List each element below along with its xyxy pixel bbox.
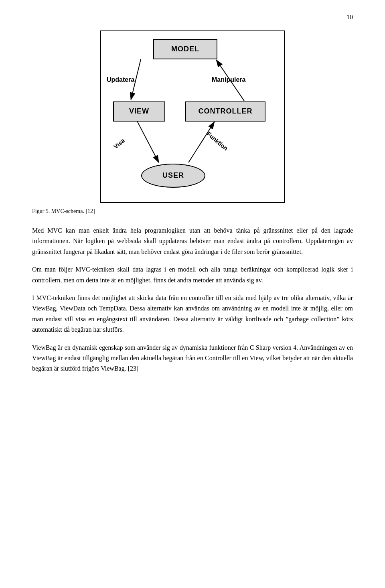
- user-box: USER: [141, 164, 205, 188]
- svg-line-4: [137, 121, 158, 162]
- updatera-label: Updatera: [107, 75, 134, 85]
- mvc-diagram: MODEL VIEW CONTROLLER USER Updatera Mani…: [100, 30, 285, 203]
- paragraph-4: ViewBag är en dynamisk egenskap som anvä…: [32, 343, 353, 374]
- paragraph-3: I MVC-tekniken finns det möjlighet att s…: [32, 293, 353, 335]
- visa-label: Visa: [111, 136, 127, 151]
- paragraph-2: Om man följer MVC-tekniken skall data la…: [32, 264, 353, 286]
- funktion-label: Funktion: [205, 129, 230, 153]
- figure-caption: Figur 5. MVC-schema. [12]: [32, 207, 353, 216]
- model-box: MODEL: [153, 39, 217, 59]
- controller-box: CONTROLLER: [185, 101, 265, 122]
- view-box: VIEW: [113, 101, 165, 122]
- paragraph-1: Med MVC kan man enkelt ändra hela progra…: [32, 225, 353, 257]
- manipulera-label: Manipulera: [212, 75, 245, 85]
- diagram-container: MODEL VIEW CONTROLLER USER Updatera Mani…: [32, 30, 353, 203]
- page-number: 10: [32, 12, 353, 22]
